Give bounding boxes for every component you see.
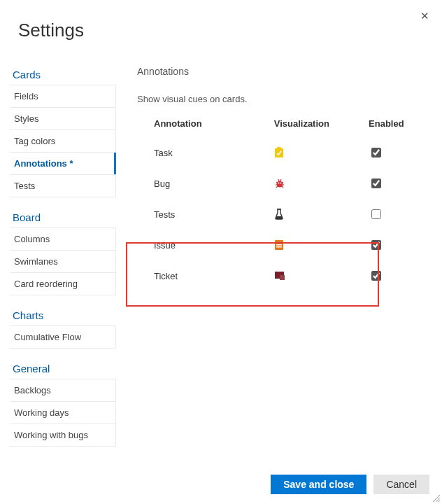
sidebar-item[interactable]: Backlogs — [10, 379, 115, 402]
svg-point-3 — [278, 183, 279, 184]
enabled-checkbox[interactable] — [371, 209, 381, 219]
enabled-checkbox[interactable] — [371, 240, 381, 250]
annotation-name: Ticket — [137, 260, 271, 291]
section-head: Board — [10, 206, 116, 227]
table-row: Ticket — [137, 260, 421, 291]
enabled-cell — [366, 199, 421, 230]
table-row: Tests — [137, 199, 421, 230]
sidebar-item[interactable]: Columns — [10, 228, 115, 251]
ticket-icon — [271, 260, 366, 291]
annotation-name: Bug — [137, 168, 271, 199]
sidebar-item[interactable]: Working days — [10, 402, 115, 424]
annotations-table: Annotation Visualization Enabled TaskBug… — [137, 114, 421, 291]
svg-rect-12 — [280, 275, 285, 280]
panel-desc: Show visual cues on cards. — [137, 94, 421, 104]
sidebar-item[interactable]: Tests — [10, 175, 115, 197]
section-head: Charts — [10, 304, 116, 326]
section-head: General — [10, 357, 116, 379]
col-header-enabled: Enabled — [366, 114, 421, 137]
sidebar-item[interactable]: Tag colors — [10, 130, 115, 153]
svg-rect-8 — [276, 244, 282, 246]
sidebar-item[interactable]: Cumulative Flow — [10, 326, 115, 348]
close-icon[interactable]: ✕ — [420, 10, 429, 22]
nav-group: Cumulative Flow — [10, 326, 116, 349]
task-icon — [271, 137, 366, 168]
page-title: Settings — [0, 0, 442, 41]
table-row: Bug — [137, 168, 421, 199]
section-head: Cards — [10, 63, 116, 85]
nav-group: FieldsStylesTag colorsAnnotations *Tests — [10, 85, 116, 197]
sidebar-item[interactable]: Card reordering — [10, 273, 115, 295]
enabled-checkbox[interactable] — [371, 148, 381, 158]
annotation-name: Issue — [137, 230, 271, 260]
bug-icon — [271, 168, 366, 199]
nav-group: BacklogsWorking daysWorking with bugs — [10, 379, 116, 447]
tests-icon — [271, 199, 366, 230]
col-header-annotation: Annotation — [137, 114, 271, 137]
col-header-visualization: Visualization — [271, 114, 366, 137]
enabled-checkbox[interactable] — [371, 271, 381, 281]
svg-point-4 — [280, 183, 281, 184]
settings-dialog: ✕ Settings CardsFieldsStylesTag colorsAn… — [0, 0, 442, 504]
enabled-checkbox[interactable] — [371, 178, 381, 188]
resize-handle-icon[interactable] — [432, 494, 441, 503]
annotation-name: Task — [137, 137, 271, 168]
table-row: Task — [137, 137, 421, 168]
issue-icon — [271, 230, 366, 260]
footer: Save and close Cancel — [271, 475, 429, 494]
enabled-cell — [366, 137, 421, 168]
enabled-cell — [366, 230, 421, 260]
nav-group: ColumnsSwimlanesCard reordering — [10, 227, 116, 295]
svg-rect-1 — [277, 147, 281, 149]
table-row: Issue — [137, 230, 421, 260]
sidebar-item[interactable]: Working with bugs — [10, 424, 115, 446]
annotation-name: Tests — [137, 199, 271, 230]
panel-title: Annotations — [137, 63, 421, 77]
sidebar-item[interactable]: Annotations * — [10, 153, 115, 175]
svg-rect-9 — [276, 246, 282, 248]
enabled-cell — [366, 168, 421, 199]
cancel-button[interactable]: Cancel — [373, 475, 429, 494]
annotations-panel: Annotations Show visual cues on cards. A… — [116, 63, 442, 463]
sidebar: CardsFieldsStylesTag colorsAnnotations *… — [0, 63, 116, 463]
sidebar-item[interactable]: Swimlanes — [10, 251, 115, 273]
sidebar-item[interactable]: Styles — [10, 108, 115, 130]
sidebar-item[interactable]: Fields — [10, 85, 115, 108]
svg-rect-7 — [276, 242, 282, 244]
svg-rect-5 — [277, 209, 281, 210]
enabled-cell — [366, 260, 421, 291]
save-and-close-button[interactable]: Save and close — [271, 475, 366, 494]
